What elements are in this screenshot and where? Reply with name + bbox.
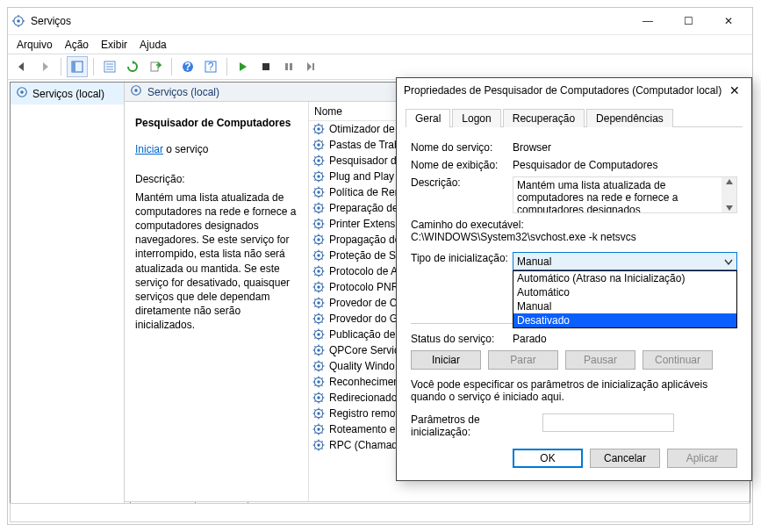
label-service-name: Nome do serviço: bbox=[411, 141, 513, 154]
refresh-button[interactable] bbox=[122, 56, 143, 77]
svg-point-126 bbox=[317, 285, 320, 289]
svg-line-32 bbox=[322, 133, 323, 133]
detail-panel: Pesquisador de Computadores Iniciar o se… bbox=[125, 102, 309, 501]
maximize-button[interactable]: ☐ bbox=[668, 9, 708, 33]
svg-line-121 bbox=[314, 267, 315, 268]
svg-line-72 bbox=[322, 196, 323, 197]
svg-line-214 bbox=[322, 409, 323, 410]
svg-line-54 bbox=[322, 156, 323, 157]
svg-line-161 bbox=[314, 330, 315, 331]
label-exe-path: Caminho do executável: bbox=[411, 219, 737, 231]
chevron-down-icon[interactable] bbox=[721, 254, 736, 269]
pause-button[interactable]: Pausar bbox=[565, 350, 635, 370]
svg-line-223 bbox=[314, 433, 315, 434]
toolbar: ? ? bbox=[8, 54, 752, 80]
value-description: Mantém uma lista atualizada de computado… bbox=[517, 179, 678, 213]
svg-point-216 bbox=[317, 428, 320, 431]
svg-text:?: ? bbox=[184, 61, 190, 73]
tree-root[interactable]: Serviços (local) bbox=[11, 83, 124, 104]
gear-icon bbox=[312, 376, 325, 388]
svg-line-71 bbox=[314, 188, 315, 189]
svg-line-192 bbox=[322, 385, 323, 386]
ok-button[interactable]: OK bbox=[513, 449, 583, 468]
svg-line-162 bbox=[322, 338, 323, 339]
restart-button[interactable] bbox=[301, 56, 322, 77]
list-item-label: Publicação de bbox=[329, 328, 395, 341]
tab-general[interactable]: Geral bbox=[406, 109, 450, 127]
apply-button[interactable]: Aplicar bbox=[667, 449, 737, 468]
stop-button[interactable] bbox=[255, 56, 276, 77]
help-button[interactable]: ? bbox=[177, 56, 198, 77]
svg-line-203 bbox=[314, 401, 315, 402]
svg-line-171 bbox=[314, 346, 315, 347]
svg-line-91 bbox=[314, 219, 315, 220]
gear-icon bbox=[312, 344, 325, 356]
gear-icon bbox=[312, 234, 325, 246]
details-button[interactable] bbox=[99, 56, 120, 77]
svg-line-31 bbox=[314, 125, 315, 126]
svg-line-61 bbox=[314, 172, 315, 173]
menu-file[interactable]: Arquivo bbox=[17, 39, 53, 51]
svg-point-206 bbox=[317, 412, 320, 415]
menu-help[interactable]: Ajuda bbox=[140, 39, 167, 51]
services-icon bbox=[130, 84, 142, 99]
start-button[interactable]: Iniciar bbox=[411, 350, 481, 370]
list-item-label: Política de Rem bbox=[329, 186, 404, 198]
gear-icon bbox=[312, 423, 325, 435]
tree-root-label: Serviços (local) bbox=[32, 88, 104, 100]
combo-option[interactable]: Manual bbox=[513, 299, 736, 313]
forward-button[interactable] bbox=[34, 56, 55, 77]
tab-logon[interactable]: Logon bbox=[452, 109, 500, 127]
svg-line-184 bbox=[322, 362, 323, 363]
svg-line-34 bbox=[322, 125, 323, 126]
minimize-button[interactable]: — bbox=[628, 9, 668, 33]
svg-line-183 bbox=[314, 370, 315, 370]
svg-line-92 bbox=[322, 227, 323, 228]
desc-scrollbar[interactable] bbox=[722, 177, 736, 212]
svg-line-51 bbox=[314, 156, 315, 157]
dialog-title: Propriedades de Pesquisador de Computado… bbox=[404, 84, 725, 97]
gear-icon bbox=[312, 439, 325, 451]
svg-point-196 bbox=[317, 396, 320, 399]
combo-option[interactable]: Automático bbox=[513, 285, 736, 299]
export-button[interactable] bbox=[145, 56, 166, 77]
label-start-params: Parâmetros de inicialização: bbox=[411, 413, 542, 438]
list-item-label: Provedor do Gr bbox=[329, 313, 401, 325]
startup-type-dropdown[interactable]: Automático (Atraso na Inicialização)Auto… bbox=[513, 270, 737, 328]
svg-line-44 bbox=[322, 140, 323, 141]
svg-line-142 bbox=[322, 306, 323, 307]
svg-line-53 bbox=[314, 164, 315, 165]
svg-line-194 bbox=[322, 377, 323, 378]
start-link[interactable]: Iniciar bbox=[135, 143, 163, 155]
menu-action[interactable]: Ação bbox=[65, 39, 89, 51]
list-item-label: Propagação de bbox=[329, 234, 400, 246]
statusbar bbox=[10, 503, 750, 522]
back-button[interactable] bbox=[11, 56, 32, 77]
cancel-button[interactable]: Cancelar bbox=[590, 449, 660, 468]
stop-button[interactable]: Parar bbox=[488, 350, 558, 370]
svg-line-233 bbox=[314, 449, 315, 449]
description-box: Mantém uma lista atualizada de computado… bbox=[513, 176, 737, 213]
dialog-close-button[interactable]: ✕ bbox=[725, 83, 744, 97]
help-prop-button[interactable]: ? bbox=[200, 56, 221, 77]
svg-line-104 bbox=[322, 235, 323, 236]
svg-point-186 bbox=[317, 380, 320, 384]
list-item-label: Roteamento e bbox=[329, 423, 395, 435]
tab-dependencies[interactable]: Dependências bbox=[586, 109, 673, 127]
combo-option[interactable]: Automático (Atraso na Inicialização) bbox=[513, 271, 736, 285]
menu-view[interactable]: Exibir bbox=[101, 39, 127, 51]
svg-line-133 bbox=[314, 291, 315, 291]
gear-icon bbox=[312, 407, 325, 420]
properties-toolbar-button[interactable] bbox=[67, 56, 88, 77]
tab-recovery[interactable]: Recuperação bbox=[503, 109, 585, 127]
pause-button[interactable] bbox=[278, 56, 299, 77]
startup-type-combo[interactable]: Manual Automático (Atraso na Inicializaç… bbox=[513, 252, 737, 270]
svg-line-132 bbox=[322, 291, 323, 291]
resume-button[interactable]: Continuar bbox=[643, 350, 713, 370]
close-button[interactable]: ✕ bbox=[708, 9, 749, 33]
play-button[interactable] bbox=[233, 56, 254, 77]
start-params-input[interactable] bbox=[542, 413, 674, 432]
svg-line-73 bbox=[314, 196, 315, 197]
svg-line-151 bbox=[314, 314, 315, 315]
combo-option[interactable]: Desativado bbox=[513, 313, 736, 327]
